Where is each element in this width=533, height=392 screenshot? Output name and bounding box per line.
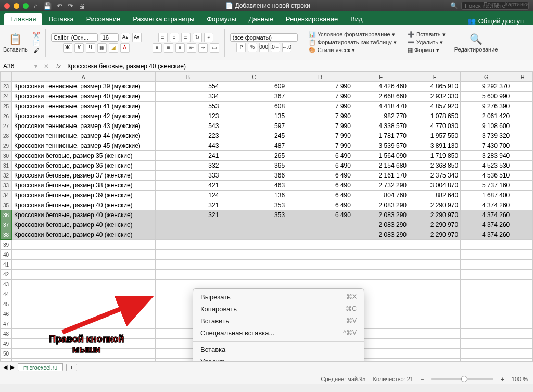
cell[interactable]: 7 430 700 bbox=[461, 141, 512, 151]
print-icon[interactable]: 🖨 bbox=[79, 2, 85, 10]
italic-button[interactable]: К bbox=[74, 43, 84, 53]
table-row[interactable]: 33Кроссовки беговые, размер 38 (женские)… bbox=[1, 181, 533, 191]
cell[interactable]: 2 290 970 bbox=[409, 200, 461, 210]
tab-formulas[interactable]: Формулы bbox=[200, 13, 243, 25]
cell[interactable] bbox=[512, 349, 533, 359]
row-header[interactable]: 35 bbox=[1, 200, 12, 210]
cell[interactable]: Кроссовки беговые, размер 39 (женские) bbox=[11, 191, 155, 200]
cell[interactable]: 6 490 bbox=[287, 171, 353, 181]
number-format-select[interactable] bbox=[230, 33, 298, 42]
row-header[interactable]: 46 bbox=[1, 309, 12, 319]
cell[interactable]: 7 990 bbox=[287, 121, 353, 131]
align-right-icon[interactable]: ≡ bbox=[175, 43, 185, 53]
cell[interactable] bbox=[287, 280, 353, 289]
cell[interactable]: 135 bbox=[221, 111, 287, 121]
tab-layout[interactable]: Разметка страницы bbox=[126, 13, 200, 25]
cell[interactable]: 4 770 030 bbox=[409, 121, 461, 131]
row-header[interactable]: 27 bbox=[1, 121, 12, 131]
tab-home[interactable]: Главная bbox=[4, 13, 42, 25]
cell[interactable] bbox=[461, 319, 512, 329]
table-row[interactable]: 40 bbox=[1, 250, 533, 260]
sheet-tab[interactable]: microexcel.ru bbox=[18, 363, 63, 371]
cell[interactable] bbox=[512, 181, 533, 191]
cell[interactable]: 367 bbox=[221, 92, 287, 102]
home-icon[interactable]: ⌂ bbox=[34, 2, 38, 10]
decrease-font-icon[interactable]: A▾ bbox=[132, 33, 142, 42]
cell[interactable]: 4 418 470 bbox=[353, 102, 409, 111]
delete-cells-button[interactable]: ➖ Удалить ▾ bbox=[408, 39, 443, 46]
inc-decimal-icon[interactable]: .0→ bbox=[271, 43, 280, 52]
cell[interactable] bbox=[512, 250, 533, 260]
cell[interactable] bbox=[353, 260, 409, 270]
cell[interactable]: 487 bbox=[221, 141, 287, 151]
cell[interactable]: 366 bbox=[221, 171, 287, 181]
cell[interactable]: 4 374 260 bbox=[461, 200, 512, 210]
tab-nav-prev-icon[interactable]: ◀ bbox=[3, 364, 7, 371]
tab-nav-next-icon[interactable]: ▶ bbox=[10, 364, 15, 371]
cell[interactable] bbox=[221, 260, 287, 270]
cell[interactable]: 365 bbox=[221, 161, 287, 171]
row-header[interactable]: 36 bbox=[1, 210, 12, 220]
cell[interactable]: 2 932 330 bbox=[409, 92, 461, 102]
redo-icon[interactable]: ↷ bbox=[68, 2, 73, 10]
cell[interactable]: 1 719 850 bbox=[409, 151, 461, 161]
cell[interactable]: 6 490 bbox=[287, 161, 353, 171]
undo-icon[interactable]: ↶ bbox=[57, 2, 62, 10]
font-color-button[interactable]: A bbox=[120, 43, 130, 53]
cell[interactable]: 9 292 370 bbox=[461, 82, 512, 92]
cell[interactable] bbox=[409, 349, 461, 359]
format-cells-button[interactable]: ▦ Формат ▾ bbox=[408, 47, 439, 54]
cell[interactable] bbox=[461, 299, 512, 309]
row-header[interactable]: 23 bbox=[1, 82, 12, 92]
zoom-in-button[interactable]: + bbox=[501, 376, 504, 382]
cell[interactable] bbox=[353, 250, 409, 260]
align-center-icon[interactable]: ≡ bbox=[164, 43, 173, 53]
cell[interactable]: 609 bbox=[221, 82, 287, 92]
cell[interactable]: 9 108 600 bbox=[461, 121, 512, 131]
row-header[interactable]: 30 bbox=[1, 151, 12, 161]
cell[interactable] bbox=[155, 230, 221, 240]
row-header[interactable]: 28 bbox=[1, 131, 12, 141]
increase-font-icon[interactable]: A▴ bbox=[121, 33, 130, 42]
cell[interactable] bbox=[409, 270, 461, 280]
row-header[interactable]: 29 bbox=[1, 141, 12, 151]
table-row[interactable]: 30Кроссовки беговые, размер 35 (женские)… bbox=[1, 151, 533, 161]
cell[interactable] bbox=[461, 240, 512, 250]
cell[interactable] bbox=[287, 250, 353, 260]
cell[interactable] bbox=[512, 102, 533, 111]
row-header[interactable]: 51 bbox=[1, 359, 12, 362]
cell[interactable] bbox=[221, 270, 287, 280]
worksheet[interactable]: ABCDEFGH 23Кроссовки теннисные, размер 3… bbox=[0, 72, 533, 361]
cell[interactable]: 1 781 770 bbox=[353, 131, 409, 141]
cell[interactable]: 2 083 290 bbox=[353, 200, 409, 210]
indent-inc-icon[interactable]: ⇥ bbox=[198, 43, 208, 53]
align-top-icon[interactable]: ≡ bbox=[158, 33, 168, 42]
row-header[interactable]: 49 bbox=[1, 339, 12, 349]
cell[interactable] bbox=[287, 230, 353, 240]
font-size-select[interactable] bbox=[100, 33, 119, 42]
cell[interactable] bbox=[409, 329, 461, 339]
column-header[interactable]: G bbox=[461, 72, 512, 82]
share-button[interactable]: 👥 Общий доступ bbox=[462, 17, 529, 25]
cell[interactable]: 2 290 970 bbox=[409, 210, 461, 220]
cell[interactable]: Кроссовки теннисные, размер 40 (мужские) bbox=[11, 92, 155, 102]
top-link-images[interactable]: Картинки bbox=[504, 1, 529, 7]
cell[interactable]: 333 bbox=[155, 171, 221, 181]
comma-icon[interactable]: 000 bbox=[259, 43, 269, 52]
table-row[interactable]: 26Кроссовки теннисные, размер 42 (мужски… bbox=[1, 111, 533, 121]
cell[interactable]: 321 bbox=[155, 200, 221, 210]
row-header[interactable]: 34 bbox=[1, 191, 12, 200]
row-header[interactable]: 48 bbox=[1, 329, 12, 339]
row-header[interactable]: 40 bbox=[1, 250, 12, 260]
cell[interactable]: 7 990 bbox=[287, 82, 353, 92]
table-row[interactable]: 31Кроссовки беговые, размер 36 (женские)… bbox=[1, 161, 533, 171]
table-row[interactable]: 39 bbox=[1, 240, 533, 250]
cell[interactable]: 463 bbox=[221, 181, 287, 191]
cell[interactable] bbox=[11, 319, 155, 329]
cell[interactable] bbox=[353, 280, 409, 289]
cell[interactable]: 4 426 460 bbox=[353, 82, 409, 92]
cell[interactable]: 2 368 850 bbox=[409, 161, 461, 171]
save-icon[interactable]: 💾 bbox=[43, 2, 52, 10]
row-header[interactable]: 33 bbox=[1, 181, 12, 191]
cell[interactable] bbox=[11, 280, 155, 289]
